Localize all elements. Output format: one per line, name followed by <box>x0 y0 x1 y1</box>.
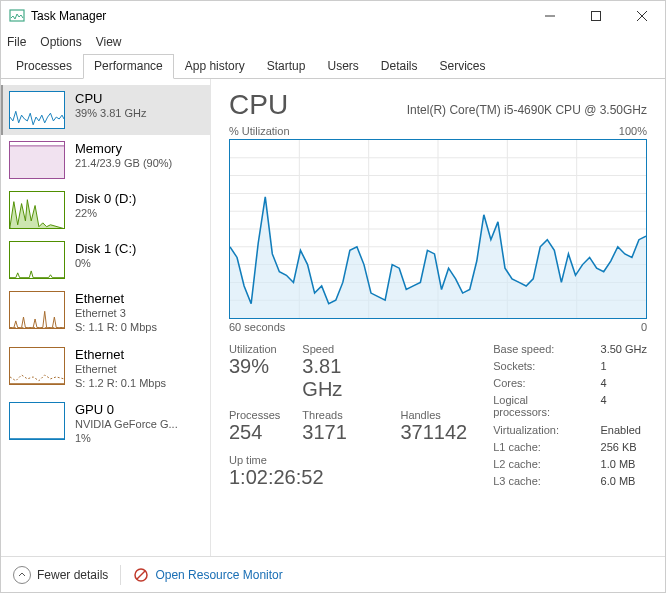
sidebar-eth1-sub2: S: 1.2 R: 0.1 Mbps <box>75 376 166 390</box>
chart-footer-right: 0 <box>641 321 647 333</box>
sockets-key: Sockets: <box>493 360 582 374</box>
threads-value: 3171 <box>302 421 378 444</box>
chart-label-left: % Utilization <box>229 125 290 137</box>
sidebar-eth0-sub2: S: 1.1 R: 0 Mbps <box>75 320 157 334</box>
virt-key: Virtualization: <box>493 424 582 438</box>
sidebar: CPU 39% 3.81 GHz Memory 21.4/23.9 GB (90… <box>1 79 211 556</box>
cpu-chart <box>229 139 647 319</box>
cores-val: 4 <box>601 377 647 391</box>
logical-key: Logical processors: <box>493 394 582 420</box>
l3-key: L3 cache: <box>493 475 582 489</box>
sidebar-gpu0-sub1: NVIDIA GeForce G... <box>75 417 178 431</box>
chevron-up-icon <box>13 566 31 584</box>
svg-line-25 <box>137 571 145 579</box>
main-subheading: Intel(R) Core(TM) i5-4690K CPU @ 3.50GHz <box>407 103 647 117</box>
sidebar-disk1-title: Disk 1 (C:) <box>75 241 136 256</box>
sidebar-disk0-sub: 22% <box>75 206 136 220</box>
tabs: Processes Performance App history Startu… <box>1 53 665 79</box>
sidebar-eth0-sub1: Ethernet 3 <box>75 306 157 320</box>
sidebar-gpu0-title: GPU 0 <box>75 402 178 417</box>
speed-label: Speed <box>302 343 378 355</box>
sidebar-item-cpu[interactable]: CPU 39% 3.81 GHz <box>1 85 210 135</box>
sidebar-memory-title: Memory <box>75 141 172 156</box>
sidebar-item-disk1[interactable]: Disk 1 (C:) 0% <box>1 235 210 285</box>
open-resource-monitor-label: Open Resource Monitor <box>155 568 282 582</box>
fewer-details-button[interactable]: Fewer details <box>13 566 108 584</box>
maximize-button[interactable] <box>573 1 619 31</box>
tab-users[interactable]: Users <box>316 54 369 79</box>
sidebar-cpu-sub: 39% 3.81 GHz <box>75 106 147 120</box>
fewer-details-label: Fewer details <box>37 568 108 582</box>
l2-key: L2 cache: <box>493 458 582 472</box>
eth1-thumb-icon <box>9 347 65 385</box>
sidebar-item-disk0[interactable]: Disk 0 (D:) 22% <box>1 185 210 235</box>
main-heading: CPU <box>229 89 288 121</box>
tab-startup[interactable]: Startup <box>256 54 317 79</box>
sidebar-item-eth1[interactable]: Ethernet Ethernet S: 1.2 R: 0.1 Mbps <box>1 341 210 397</box>
cpu-thumb-icon <box>9 91 65 129</box>
processes-value: 254 <box>229 421 280 444</box>
sidebar-disk1-sub: 0% <box>75 256 136 270</box>
menu-file[interactable]: File <box>7 35 26 49</box>
footer-divider <box>120 565 121 585</box>
virt-val: Enabled <box>601 424 647 438</box>
svg-rect-5 <box>10 146 64 179</box>
sockets-val: 1 <box>601 360 647 374</box>
logical-val: 4 <box>601 394 647 420</box>
menu-view[interactable]: View <box>96 35 122 49</box>
disk0-thumb-icon <box>9 191 65 229</box>
handles-value: 371142 <box>400 421 467 444</box>
disk1-thumb-icon <box>9 241 65 279</box>
threads-label: Threads <box>302 409 378 421</box>
minimize-button[interactable] <box>527 1 573 31</box>
sidebar-disk0-title: Disk 0 (D:) <box>75 191 136 206</box>
chart-label-right: 100% <box>619 125 647 137</box>
sidebar-eth1-sub1: Ethernet <box>75 362 166 376</box>
footer: Fewer details Open Resource Monitor <box>1 556 665 592</box>
utilization-label: Utilization <box>229 343 280 355</box>
titlebar: Task Manager <box>1 1 665 31</box>
window-title: Task Manager <box>31 9 527 23</box>
svg-rect-6 <box>10 142 64 146</box>
l1-val: 256 KB <box>601 441 647 455</box>
base-speed-key: Base speed: <box>493 343 582 357</box>
uptime-label: Up time <box>229 454 467 466</box>
uptime-value: 1:02:26:52 <box>229 466 467 489</box>
main-panel: CPU Intel(R) Core(TM) i5-4690K CPU @ 3.5… <box>211 79 665 556</box>
memory-thumb-icon <box>9 141 65 179</box>
speed-value: 3.81 GHz <box>302 355 378 401</box>
sidebar-cpu-title: CPU <box>75 91 147 106</box>
tab-details[interactable]: Details <box>370 54 429 79</box>
sidebar-gpu0-sub2: 1% <box>75 431 178 445</box>
resource-monitor-icon <box>133 567 149 583</box>
eth0-thumb-icon <box>9 291 65 329</box>
chart-footer-left: 60 seconds <box>229 321 285 333</box>
gpu0-thumb-icon <box>9 402 65 440</box>
l2-val: 1.0 MB <box>601 458 647 472</box>
handles-label: Handles <box>400 409 467 421</box>
sidebar-item-memory[interactable]: Memory 21.4/23.9 GB (90%) <box>1 135 210 185</box>
open-resource-monitor-button[interactable]: Open Resource Monitor <box>133 567 282 583</box>
sidebar-eth0-title: Ethernet <box>75 291 157 306</box>
sidebar-item-eth0[interactable]: Ethernet Ethernet 3 S: 1.1 R: 0 Mbps <box>1 285 210 341</box>
sidebar-item-gpu0[interactable]: GPU 0 NVIDIA GeForce G... 1% <box>1 396 210 452</box>
sidebar-eth1-title: Ethernet <box>75 347 166 362</box>
menu-options[interactable]: Options <box>40 35 81 49</box>
processes-label: Processes <box>229 409 280 421</box>
sidebar-memory-sub: 21.4/23.9 GB (90%) <box>75 156 172 170</box>
l1-key: L1 cache: <box>493 441 582 455</box>
l3-val: 6.0 MB <box>601 475 647 489</box>
window-buttons <box>527 1 665 31</box>
cores-key: Cores: <box>493 377 582 391</box>
close-button[interactable] <box>619 1 665 31</box>
tab-processes[interactable]: Processes <box>5 54 83 79</box>
base-speed-val: 3.50 GHz <box>601 343 647 357</box>
tab-services[interactable]: Services <box>429 54 497 79</box>
tab-app-history[interactable]: App history <box>174 54 256 79</box>
tab-performance[interactable]: Performance <box>83 54 174 79</box>
svg-rect-2 <box>592 12 601 21</box>
utilization-value: 39% <box>229 355 280 378</box>
menubar: File Options View <box>1 31 665 53</box>
app-icon <box>9 8 25 24</box>
